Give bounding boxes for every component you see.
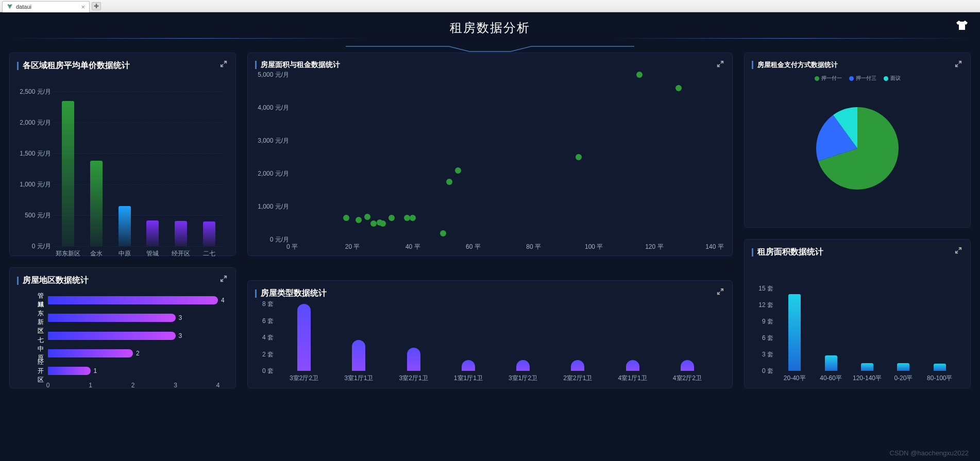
- tab-title: dataui: [16, 4, 31, 10]
- pie-chart: [814, 105, 901, 192]
- hbar: [48, 349, 133, 357]
- bar: [62, 101, 74, 246]
- panel-title: 房屋地区数据统计: [17, 275, 228, 286]
- page-header: 租房数据分析: [0, 12, 980, 43]
- data-point: [364, 214, 370, 220]
- hbar: [48, 296, 218, 304]
- page-title: 租房数据分析: [346, 20, 634, 36]
- legend-item: 押一付三: [856, 75, 876, 81]
- data-point: [410, 215, 416, 221]
- data-point: [388, 215, 395, 221]
- expand-icon[interactable]: [717, 60, 724, 70]
- bar: [825, 355, 837, 371]
- close-tab-icon[interactable]: ×: [81, 3, 85, 11]
- bar: [934, 364, 946, 371]
- data-point: [636, 72, 643, 78]
- pie-legend: 押一付一 押一付三 面议: [752, 75, 963, 82]
- panel-house-type: 房屋类型数据统计 0 套2 套4 套6 套8 套3室2厅2卫3室1厅1卫3室2厅…: [247, 280, 733, 388]
- bar: [897, 363, 909, 371]
- bar: [146, 220, 159, 246]
- panel-region-count: 房屋地区数据统计 管城4郑东新区3二七3中原2经开区101234: [9, 267, 236, 388]
- browser-tab-bar: dataui × ✚: [0, 0, 980, 12]
- legend-item: 面议: [890, 75, 901, 81]
- hbar: [48, 332, 176, 340]
- data-point: [404, 215, 410, 221]
- data-point: [455, 167, 461, 174]
- bar: [119, 206, 131, 246]
- panel-area-count: 租房面积数据统计 0 套3 套6 套9 套12 套15 套20-40平40-60…: [744, 239, 971, 388]
- expand-icon[interactable]: [220, 60, 227, 70]
- bar: [462, 360, 475, 371]
- bar: [516, 360, 530, 371]
- expand-icon[interactable]: [717, 288, 724, 297]
- expand-icon[interactable]: [955, 60, 962, 70]
- bar: [297, 304, 311, 371]
- panel-avg-price: 各区域租房平均单价数据统计 0 元/月500 元/月1,000 元/月1,500…: [9, 53, 236, 256]
- new-tab-button[interactable]: ✚: [92, 2, 101, 10]
- panel-pay-method: 房屋租金支付方式数据统计 押一付一 押一付三 面议: [744, 53, 971, 228]
- panel-title: 房屋租金支付方式数据统计: [752, 60, 963, 70]
- bar: [352, 340, 365, 371]
- data-point: [675, 85, 682, 91]
- theme-icon[interactable]: [955, 20, 969, 33]
- panel-title: 各区域租房平均单价数据统计: [17, 60, 228, 71]
- bar: [571, 360, 584, 371]
- bar: [788, 294, 801, 371]
- bar: [175, 221, 187, 246]
- data-point: [343, 215, 349, 221]
- bar: [90, 161, 103, 246]
- bar: [861, 363, 873, 371]
- data-point: [576, 154, 582, 160]
- data-point: [370, 220, 377, 227]
- expand-icon[interactable]: [220, 275, 227, 284]
- vue-icon: [7, 4, 13, 10]
- bar: [626, 360, 639, 371]
- data-point: [356, 217, 362, 223]
- title-decoration: [346, 45, 634, 53]
- hbar: [48, 367, 91, 375]
- panel-area-rent: 房屋面积与租金数据统计 0 元/月1,000 元/月2,000 元/月3,000…: [247, 53, 733, 256]
- bar: [203, 221, 215, 246]
- bar: [407, 348, 420, 371]
- panel-title: 租房面积数据统计: [752, 247, 963, 258]
- panel-title: 房屋类型数据统计: [255, 288, 725, 299]
- bar: [681, 360, 694, 371]
- data-point: [446, 179, 452, 185]
- browser-tab[interactable]: dataui ×: [2, 1, 90, 12]
- data-point: [440, 230, 446, 236]
- legend-item: 押一付一: [821, 75, 842, 81]
- expand-icon[interactable]: [955, 247, 962, 256]
- panel-title: 房屋面积与租金数据统计: [255, 60, 725, 70]
- hbar: [48, 314, 176, 322]
- data-point: [380, 220, 386, 227]
